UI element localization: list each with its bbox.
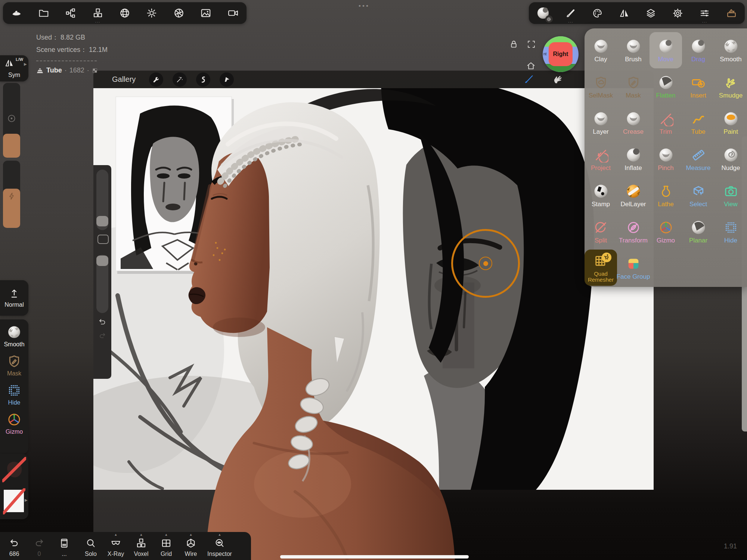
history-button[interactable]: ... xyxy=(51,536,77,557)
bottom-solo[interactable]: Solo xyxy=(78,536,104,557)
tool-clay[interactable]: Clay xyxy=(585,32,617,68)
shortcut-hide[interactable]: Hide xyxy=(7,383,22,406)
wrench-icon[interactable] xyxy=(149,72,163,87)
tool-split[interactable]: Split xyxy=(585,213,617,250)
tool-inflate[interactable]: Inflate xyxy=(617,141,650,177)
tool-pinch[interactable]: Pinch xyxy=(650,141,682,177)
adjust-sliders-icon[interactable]: ··· xyxy=(695,3,714,23)
shortcut-gizmo[interactable]: Gizmo xyxy=(6,412,23,435)
object-name[interactable]: Tube xyxy=(46,66,62,74)
material-sphere-icon[interactable] xyxy=(115,3,134,23)
object-count: 1682 xyxy=(69,66,84,74)
tool-label: Gizmo xyxy=(657,237,675,244)
background-image-icon[interactable] xyxy=(196,3,216,23)
tool-project[interactable]: Project xyxy=(585,141,617,177)
paint-brush-blue-icon[interactable] xyxy=(523,73,535,85)
tool-mask[interactable]: Mask xyxy=(617,68,650,105)
tool-select[interactable]: Select xyxy=(682,177,715,213)
lighting-sun-icon[interactable] xyxy=(142,3,161,23)
home-view-icon[interactable] xyxy=(526,61,536,71)
tool-view[interactable]: View xyxy=(715,177,747,213)
sphere-flat-icon xyxy=(690,219,707,236)
current-tool-button[interactable] xyxy=(533,3,554,23)
symmetry-mirror-icon[interactable] xyxy=(614,3,634,23)
symmetry-button[interactable]: L/W ▶ Sym xyxy=(0,55,28,81)
tube-squiggle-icon xyxy=(691,110,706,128)
brush-size-handle[interactable] xyxy=(96,216,108,226)
texture-none-swatch[interactable] xyxy=(3,488,25,514)
tool-gizmo[interactable]: Gizmo xyxy=(650,213,682,250)
layers-stack-icon[interactable] xyxy=(641,3,661,23)
redo-button[interactable]: 0 xyxy=(26,536,52,557)
caret-up-icon: ▲ xyxy=(218,533,221,536)
tool-face-group[interactable]: Face Group xyxy=(617,250,650,286)
lock-icon[interactable] xyxy=(509,39,519,49)
app-logo-icon[interactable] xyxy=(7,3,26,23)
stroke-mode-button[interactable]: Normal xyxy=(0,280,28,316)
tool-stamp[interactable]: Stamp xyxy=(585,177,617,213)
tool-transform[interactable]: Transform xyxy=(617,213,650,250)
smudge-hand-icon[interactable] xyxy=(552,73,564,85)
multitask-dots[interactable]: ••• xyxy=(359,2,370,10)
shortcut-smooth[interactable]: Smooth xyxy=(4,325,24,348)
tool-hide[interactable]: Hide xyxy=(715,213,747,250)
tool-insert[interactable]: Insert xyxy=(682,68,715,105)
top-right-toolbar: ······ xyxy=(529,2,745,24)
tool-paint[interactable]: Paint xyxy=(715,105,747,141)
tool-layer[interactable]: Layer xyxy=(585,105,617,141)
redo-icon[interactable] xyxy=(98,332,106,340)
tool-smooth[interactable]: Smooth xyxy=(715,32,747,68)
tool-drag[interactable]: Drag xyxy=(682,32,715,68)
tool-nudge[interactable]: Nudge xyxy=(715,141,747,177)
sphere-clay-icon xyxy=(593,37,609,55)
modify-button[interactable] xyxy=(97,235,109,244)
orientation-cube[interactable]: Right nt xyxy=(543,36,579,72)
tool-label: Face Group xyxy=(617,273,650,281)
home-indicator[interactable] xyxy=(280,555,469,559)
tool-tube[interactable]: Tube xyxy=(682,105,715,141)
tool-label: SelMask xyxy=(589,92,613,99)
tool-selmask[interactable]: SelMask xyxy=(585,68,617,105)
bottom-x-ray[interactable]: ▲X-Ray xyxy=(103,536,129,557)
render-aperture-icon[interactable] xyxy=(169,3,189,23)
bottom-wire[interactable]: ▲Wire xyxy=(178,536,204,557)
bottom-grid[interactable]: ▲Grid xyxy=(153,536,179,557)
select-arrow-icon[interactable] xyxy=(220,72,234,87)
topology-voxel-icon[interactable]: ··· xyxy=(88,3,108,23)
paint-brush-icon[interactable]: ··· xyxy=(561,3,580,23)
tool-quad-remesher[interactable]: QuadRemesher xyxy=(585,250,617,286)
tool-move[interactable]: Move xyxy=(650,32,682,68)
tool-palette: ClayBrushMoveDragSmoothSelMaskMaskFlatte… xyxy=(585,28,747,287)
magic-wand-icon[interactable] xyxy=(173,72,187,87)
brush-opacity-handle[interactable] xyxy=(96,256,108,266)
tool-planar[interactable]: Planar xyxy=(682,213,715,250)
settings-gear-icon[interactable] xyxy=(668,3,688,23)
tool-brush[interactable]: Brush xyxy=(617,32,650,68)
tool-label: Select xyxy=(689,201,707,208)
split-circle-icon xyxy=(593,219,608,236)
toolbox-icon[interactable] xyxy=(722,3,741,23)
tool-label: Flatten xyxy=(656,92,676,99)
gallery-button[interactable]: Gallery xyxy=(112,75,136,84)
camera-video-icon[interactable] xyxy=(223,3,243,23)
files-folder-icon[interactable] xyxy=(34,3,53,23)
tool-crease[interactable]: Crease xyxy=(617,105,650,141)
tool-smudge[interactable]: Smudge xyxy=(715,68,747,105)
bottom-voxel[interactable]: ▲Voxel xyxy=(128,536,154,557)
tool-lathe[interactable]: Lathe xyxy=(650,177,682,213)
color-palette-icon[interactable] xyxy=(588,3,607,23)
undo-icon[interactable] xyxy=(98,318,107,327)
adjustments-s-icon[interactable] xyxy=(196,72,210,87)
tool-trim[interactable]: Trim xyxy=(650,105,682,141)
bottom-inspector[interactable]: ▲Inspector xyxy=(207,536,233,557)
undo-button[interactable]: 686 xyxy=(1,536,27,557)
tool-flatten[interactable]: Flatten xyxy=(650,68,682,105)
shortcut-mask[interactable]: Mask xyxy=(7,354,22,377)
scene-graph-icon[interactable] xyxy=(61,3,80,23)
checker-icon[interactable] xyxy=(92,68,98,74)
tool-label: Drag xyxy=(691,56,705,63)
alpha-none-swatch[interactable] xyxy=(2,457,26,483)
fullscreen-icon[interactable] xyxy=(527,40,536,49)
tool-dellayer[interactable]: DelLayer xyxy=(617,177,650,213)
tool-measure[interactable]: Measure xyxy=(682,141,715,177)
